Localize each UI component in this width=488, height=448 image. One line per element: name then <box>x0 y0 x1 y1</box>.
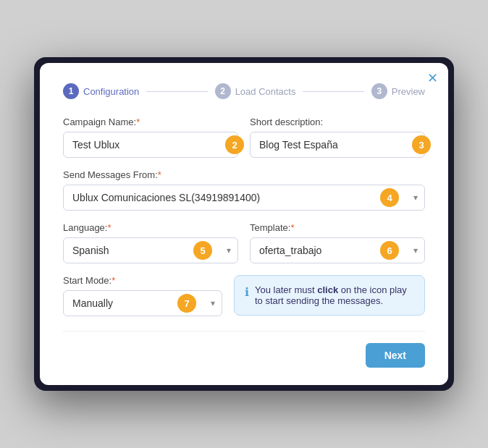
step-3-label: Preview <box>392 86 425 97</box>
start-mode-select[interactable]: Manually <box>63 290 222 316</box>
step-load-contacts: 2 Load Contacts <box>215 83 296 99</box>
info-text: You later must click on the icon play to… <box>255 284 414 306</box>
form-row-2: Send Messages From:* Ublux Comunicacione… <box>63 169 425 211</box>
info-box: ℹ You later must click on the icon play … <box>234 275 425 316</box>
short-desc-label: Short description: <box>250 117 425 127</box>
campaign-name-input[interactable] <box>63 132 238 158</box>
step-configuration: 1 Configuration <box>63 83 139 99</box>
step-preview: 3 Preview <box>371 83 425 99</box>
campaign-name-group: Campaign Name:* 2 <box>63 117 238 158</box>
language-select[interactable]: Spanish <box>63 237 238 263</box>
language-group: Language:* Spanish ▾ 5 <box>63 222 238 263</box>
send-from-select[interactable]: Ublux Comunicaciones SL(34919891400) <box>63 185 425 211</box>
close-button[interactable]: ✕ <box>427 72 438 85</box>
language-label: Language:* <box>63 222 238 233</box>
template-select[interactable]: oferta_trabajo <box>250 237 425 263</box>
modal: ✕ 1 Configuration 2 Load Contacts 3 Prev… <box>40 63 448 385</box>
language-wrap: Spanish ▾ 5 <box>63 237 238 263</box>
campaign-name-wrap: 2 <box>63 132 238 158</box>
divider <box>63 331 425 331</box>
start-mode-group: Start Mode:* Manually ▾ 7 <box>63 275 222 316</box>
step-3-circle: 3 <box>371 83 387 99</box>
template-wrap: oferta_trabajo ▾ 6 <box>250 237 425 263</box>
step-line-2 <box>303 91 363 92</box>
step-1-circle: 1 <box>63 83 79 99</box>
step-line-1 <box>146 91 207 92</box>
info-icon: ℹ <box>245 285 249 299</box>
form-row-1: Campaign Name:* 2 Short description: 3 <box>63 117 425 158</box>
start-mode-wrap: Manually ▾ 7 <box>63 290 222 316</box>
template-label: Template:* <box>250 222 425 233</box>
footer: Next <box>63 343 425 368</box>
stepper: 1 Configuration 2 Load Contacts 3 Previe… <box>63 83 425 99</box>
campaign-name-label: Campaign Name:* <box>63 117 238 127</box>
bottom-row: Start Mode:* Manually ▾ 7 ℹ You later mu… <box>63 275 425 316</box>
send-from-group: Send Messages From:* Ublux Comunicacione… <box>63 169 425 211</box>
send-from-wrap: Ublux Comunicaciones SL(34919891400) ▾ 4 <box>63 185 425 211</box>
form-row-3: Language:* Spanish ▾ 5 Template:* oferta… <box>63 222 425 263</box>
send-from-label: Send Messages From:* <box>63 169 425 180</box>
short-desc-group: Short description: 3 <box>250 117 425 158</box>
step-2-label: Load Contacts <box>235 86 296 97</box>
start-mode-label: Start Mode:* <box>63 275 222 286</box>
modal-overlay: ✕ 1 Configuration 2 Load Contacts 3 Prev… <box>34 57 454 391</box>
template-group: Template:* oferta_trabajo ▾ 6 <box>250 222 425 263</box>
next-button[interactable]: Next <box>366 343 425 368</box>
step-2-circle: 2 <box>215 83 231 99</box>
short-desc-wrap: 3 <box>250 132 425 158</box>
step-1-label: Configuration <box>83 86 139 97</box>
short-desc-input[interactable] <box>250 132 425 158</box>
